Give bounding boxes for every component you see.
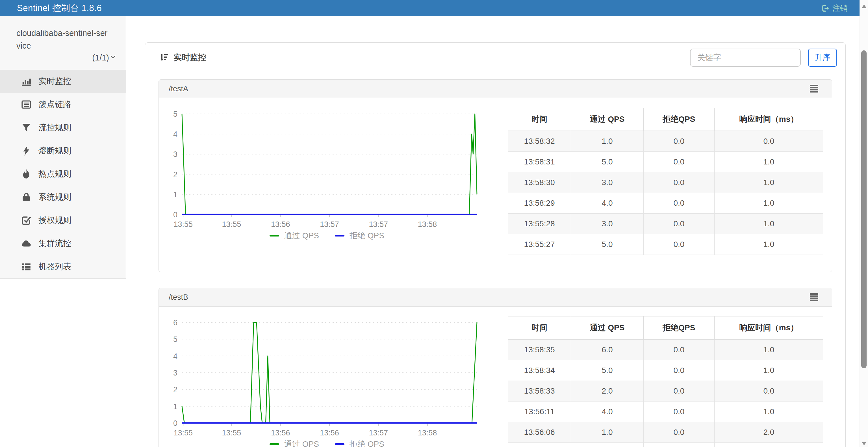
sidebar-item-cluster-flow[interactable]: 集群流控 — [0, 232, 126, 255]
svg-text:5: 5 — [173, 335, 178, 344]
block-qps-legend-swatch — [335, 443, 344, 445]
cloud-icon — [21, 238, 32, 249]
table-cell: 5.0 — [571, 152, 644, 172]
table-cell: 1.0 — [714, 152, 823, 172]
table-cell: 0.0 — [714, 381, 823, 402]
panel-header: /testB — [159, 288, 832, 307]
table-cell: 1.0 — [714, 360, 823, 381]
table-cell: 0.0 — [643, 402, 714, 422]
lock-icon — [21, 192, 32, 202]
app-selector[interactable]: cloudalibaba-sentinel-service (1/1) — [0, 16, 126, 70]
pass-qps-legend-swatch — [270, 443, 279, 445]
main-content: 实时监控 升序 /testA 01234513:5513:5513:5 — [126, 16, 860, 447]
sign-out-icon — [822, 4, 830, 12]
table-cell: 0.0 — [643, 443, 714, 447]
table-header-cell: 通过 QPS — [571, 316, 644, 340]
table-cell: 13:58:32 — [508, 131, 571, 152]
table-cell: 0.0 — [643, 193, 714, 214]
block-qps-legend-swatch — [335, 235, 344, 236]
svg-text:6: 6 — [173, 318, 178, 327]
search-input[interactable] — [690, 49, 801, 67]
logout-link[interactable]: 注销 — [822, 3, 848, 13]
table-cell: 13:58:30 — [508, 172, 571, 193]
svg-text:2: 2 — [173, 170, 178, 179]
table-row: 13:58:356.00.01.0 — [508, 339, 824, 360]
logout-label: 注销 — [832, 3, 848, 13]
sidebar-item-realtime-monitor[interactable]: 实时监控 — [0, 70, 126, 93]
table-header-cell: 响应时间（ms） — [714, 108, 823, 131]
table-cell: 1.0 — [714, 172, 823, 193]
sort-amount-desc-icon — [159, 53, 168, 62]
scroll-down-arrow[interactable] — [862, 442, 867, 445]
table-cell: 1.0 — [714, 193, 823, 214]
sidebar-item-label: 系统规则 — [38, 192, 71, 203]
panel-title: /testB — [169, 293, 188, 302]
hamburger-icon[interactable] — [810, 293, 818, 301]
svg-text:1: 1 — [173, 190, 178, 199]
panel-title: /testA — [169, 85, 188, 93]
table-cell: 6.0 — [571, 339, 644, 360]
table-header-cell: 拒绝QPS — [643, 316, 714, 340]
svg-text:13:56: 13:56 — [271, 428, 290, 437]
sidebar-item-flow-rules[interactable]: 流控规则 — [0, 116, 126, 139]
panel-header: /testA — [159, 80, 832, 98]
chart-legend: 通过 QPS 拒绝 QPS — [167, 439, 487, 447]
sidebar-menu: 实时监控 簇点链路 流控规则 熔断规则 — [0, 70, 126, 278]
metrics-table-testB: 时间通过 QPS拒绝QPS响应时间（ms） 13:58:356.00.01.01… — [508, 316, 824, 447]
sidebar-item-label: 机器列表 — [38, 261, 71, 273]
scroll-up-arrow[interactable] — [862, 4, 867, 8]
table-cell: 1.0 — [714, 402, 823, 422]
resource-panel-testA: /testA 01234513:5513:5513:5613:5713:5713… — [158, 79, 832, 272]
table-cell: 3.0 — [571, 172, 644, 193]
sidebar-item-param-flow-rules[interactable]: 热点规则 — [0, 162, 126, 186]
sidebar-item-cluster-link[interactable]: 簇点链路 — [0, 93, 126, 116]
table-cell: 0.0 — [643, 234, 714, 255]
table-cell: 0.0 — [643, 152, 714, 172]
vertical-scrollbar[interactable] — [860, 0, 868, 447]
svg-text:5: 5 — [173, 110, 178, 118]
app-instance-count: (1/1) — [92, 53, 109, 62]
hamburger-icon[interactable] — [810, 85, 818, 93]
svg-text:13:58: 13:58 — [418, 428, 437, 437]
svg-text:4: 4 — [173, 130, 178, 138]
sidebar-item-machine-list[interactable]: 机器列表 — [0, 255, 126, 278]
table-header-cell: 响应时间（ms） — [714, 316, 823, 340]
block-qps-legend-label: 拒绝 QPS — [349, 439, 384, 447]
svg-text:4: 4 — [173, 352, 178, 360]
table-cell: 13:58:29 — [508, 193, 571, 214]
svg-text:0: 0 — [173, 419, 178, 427]
table-cell: 13:56:11 — [508, 402, 571, 422]
sidebar-item-label: 簇点链路 — [38, 99, 71, 110]
table-cell: 5.0 — [571, 234, 644, 255]
line-chart: 012345613:5513:5513:5613:5613:5713:58 — [168, 312, 479, 437]
app-name: cloudalibaba-sentinel-service — [17, 27, 111, 52]
sidebar-item-system-rules[interactable]: 系统规则 — [0, 186, 126, 209]
table-cell: 13:58:35 — [508, 339, 571, 360]
sidebar-item-degrade-rules[interactable]: 熔断规则 — [0, 139, 126, 162]
metrics-table-testA: 时间通过 QPS拒绝QPS响应时间（ms） 13:58:321.00.00.01… — [508, 108, 824, 255]
table-cell: 0.0 — [643, 339, 714, 360]
sort-order-button[interactable]: 升序 — [808, 49, 837, 67]
monitor-card: 实时监控 升序 /testA 01234513:5513:5513:5 — [145, 42, 846, 447]
table-cell: 0.0 — [643, 131, 714, 152]
table-header-cell: 通过 QPS — [571, 108, 644, 131]
app-title: Sentinel 控制台 1.8.6 — [17, 2, 102, 14]
svg-text:13:56: 13:56 — [271, 220, 290, 228]
table-header-cell: 拒绝QPS — [643, 108, 714, 131]
table-row: 13:55:283.00.01.0 — [508, 214, 824, 234]
chevron-down-icon — [110, 55, 116, 59]
svg-text:3: 3 — [173, 369, 178, 377]
svg-text:1: 1 — [173, 402, 178, 411]
svg-text:13:57: 13:57 — [369, 428, 388, 437]
sidebar-item-authority-rules[interactable]: 授权规则 — [0, 209, 126, 232]
svg-text:13:55: 13:55 — [174, 428, 193, 437]
page-title-label: 实时监控 — [174, 52, 206, 63]
pass-qps-legend-swatch — [270, 235, 279, 236]
table-row: 13:58:332.00.00.0 — [508, 381, 824, 402]
svg-text:13:55: 13:55 — [222, 428, 241, 437]
svg-text:13:55: 13:55 — [174, 220, 193, 228]
table-cell: 13:56:05 — [508, 443, 571, 447]
scrollbar-thumb[interactable] — [861, 50, 867, 368]
svg-text:2: 2 — [173, 385, 178, 394]
svg-text:3: 3 — [173, 150, 178, 159]
